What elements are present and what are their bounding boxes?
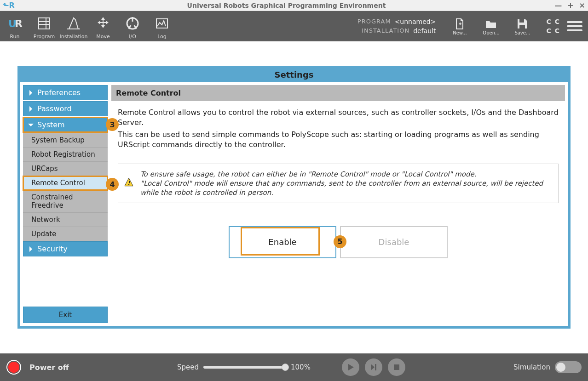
power-indicator-icon[interactable] (6, 360, 21, 375)
speed-slider[interactable] (203, 366, 286, 369)
stop-button[interactable] (388, 358, 405, 376)
toolbar-program[interactable]: Program (29, 11, 59, 41)
sidebar-subitem-remote-control[interactable]: Remote Control (23, 176, 108, 190)
enable-button[interactable]: Enable (229, 226, 336, 258)
sidebar-item-system[interactable]: System (23, 117, 108, 132)
settings-window: Settings Preferences Password System (17, 66, 571, 329)
toolbar-label: Log (157, 34, 167, 40)
svg-rect-6 (519, 25, 525, 28)
os-titlebar: ⬑R Universal Robots Graphical Programmin… (0, 0, 588, 11)
toolbar-log[interactable]: Log (147, 11, 177, 41)
settings-content: Remote Control Remote Control allows you… (111, 85, 565, 323)
power-label: Power off (29, 363, 69, 372)
callout-3: 3 (106, 118, 119, 131)
hamburger-menu-icon[interactable] (567, 21, 582, 31)
toolbar-label: I/O (129, 34, 136, 40)
sidebar-item-preferences[interactable]: Preferences (23, 85, 108, 100)
svg-rect-2 (39, 18, 50, 29)
sidebar-item-security[interactable]: Security (23, 241, 108, 256)
sidebar-subitem-urcaps[interactable]: URCaps (23, 162, 108, 176)
bottom-bar: Power off Speed 100% Simulation (0, 353, 588, 381)
file-new-button[interactable]: New... (447, 17, 473, 35)
log-icon (154, 13, 170, 34)
info-text: To ensure safe usage, the robot can eith… (140, 170, 551, 179)
callout-4: 4 (106, 178, 119, 191)
cc-indicator: CCCC (546, 18, 559, 34)
step-button[interactable] (365, 358, 382, 376)
svg-rect-8 (375, 364, 376, 370)
run-icon: UR (6, 13, 23, 34)
sidebar-subitem-update[interactable]: Update (23, 227, 108, 241)
installation-icon (65, 13, 82, 34)
sidebar-subitem-system-backup[interactable]: System Backup (23, 133, 108, 148)
content-header: Remote Control (111, 85, 565, 101)
file-save-button[interactable]: Save... (509, 17, 535, 35)
ur-logo-icon: ⬑R (3, 1, 15, 10)
close-icon[interactable]: × (579, 1, 585, 10)
toolbar-label: Installation (60, 34, 88, 40)
sidebar-subitem-constrained-freedrive[interactable]: Constrained Freedrive (23, 190, 108, 213)
content-text: Remote Control allows you to control the… (118, 108, 559, 128)
sidebar-item-password[interactable]: Password (23, 101, 108, 116)
disable-button[interactable]: Disable (340, 226, 448, 258)
svg-text:R: R (15, 18, 23, 29)
toolbar-run[interactable]: UR Run (0, 11, 29, 41)
callout-5: 5 (334, 235, 346, 248)
toolbar-installation[interactable]: Installation (59, 11, 88, 41)
info-box: ! To ensure safe usage, the robot can ei… (118, 164, 559, 203)
sidebar-subitem-robot-registration[interactable]: Robot Registration (23, 148, 108, 162)
minimize-icon[interactable]: — (554, 1, 562, 10)
toolbar-label: Run (10, 34, 19, 40)
simulation-label: Simulation (513, 363, 550, 371)
info-text: "Local Control" mode will ensure that an… (140, 179, 551, 197)
chevron-right-icon (27, 89, 35, 97)
speed-value: 100% (291, 363, 311, 371)
chevron-right-icon (27, 105, 35, 113)
program-meta: PROGRAM<unnamed> INSTALLATIONdefault (357, 17, 436, 35)
settings-title: Settings (20, 69, 568, 82)
speed-label: Speed (177, 363, 199, 371)
warning-icon: ! (124, 177, 134, 190)
toolbar-label: Move (96, 34, 110, 40)
play-button[interactable] (342, 358, 359, 376)
chevron-down-icon (27, 121, 35, 129)
sidebar-subitem-network[interactable]: Network (23, 213, 108, 227)
simulation-toggle[interactable] (555, 361, 582, 373)
toolbar-label: Program (34, 34, 55, 40)
program-icon (36, 13, 52, 34)
toolbar-move[interactable]: Move (88, 11, 118, 41)
move-icon (95, 13, 111, 34)
file-open-button[interactable]: Open... (478, 17, 504, 35)
maximize-icon[interactable]: + (567, 1, 573, 10)
chevron-right-icon (27, 245, 35, 253)
svg-rect-5 (519, 19, 524, 23)
svg-rect-9 (394, 364, 399, 370)
content-text: This can be used to send simple commands… (118, 130, 559, 150)
io-icon (124, 13, 141, 34)
main-toolbar: UR Run Program Installation Move (0, 11, 588, 41)
svg-text:!: ! (127, 180, 130, 186)
settings-sidebar: Preferences Password System 3 System Bac… (23, 85, 108, 323)
window-title: Universal Robots Graphical Programming E… (18, 2, 554, 9)
toolbar-io[interactable]: I/O (118, 11, 147, 41)
exit-button[interactable]: Exit (23, 307, 108, 323)
svg-rect-4 (156, 19, 167, 28)
